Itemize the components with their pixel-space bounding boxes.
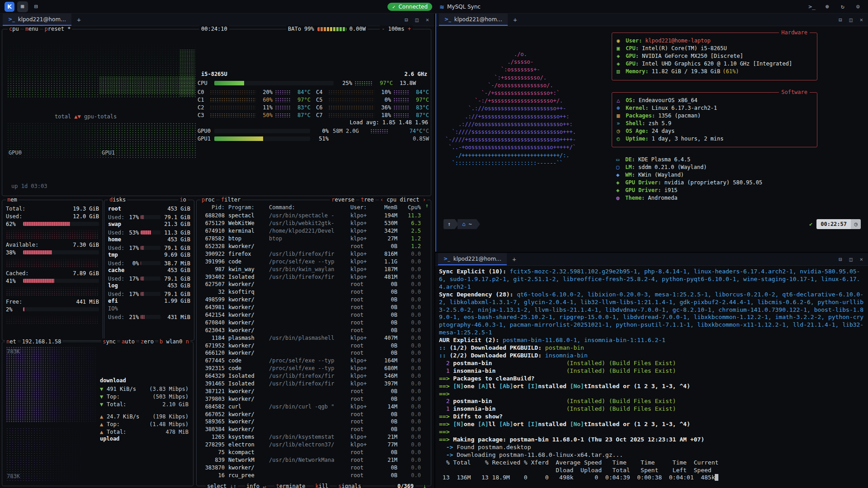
proc-col-user[interactable]: User: [350,204,371,211]
proc-action-kill[interactable]: kill [314,483,330,488]
window-layout-icon[interactable]: ⊟ [31,1,42,12]
add-pane-icon[interactable]: ⊕ [822,1,833,12]
process-row[interactable]: 677445code/proc/self/exe --typklpo+164M0… [200,357,425,365]
process-row[interactable]: 671952kworker/root0B0.0 [200,342,425,349]
terminal-text: ==> [439,383,449,389]
process-row[interactable]: 387121kworker/root0B0.0 [200,387,425,395]
process-row[interactable]: 667052kworker/root0B0.0 [200,410,425,418]
tab-package[interactable]: >_ klpod221@hom… [438,253,507,265]
proc-cpu: 0.0 [401,411,421,418]
process-row[interactable]: 674910kerminal/home/klpod221/Develklpo+3… [200,227,425,235]
apps-grid-icon[interactable]: ⊞ [17,1,28,12]
process-row[interactable]: 32ksoftirqroot0B0.0 [200,288,425,296]
sort-prev-icon[interactable]: ‹ [380,197,383,203]
filter-button[interactable]: filter [220,197,242,203]
kde-logo-icon[interactable]: K [5,2,14,12]
process-row[interactable]: 688208spectacl/usr/bin/spectacle -klpo+1… [200,212,425,220]
reverse-button[interactable]: reverse [330,197,356,203]
process-row[interactable]: 987kwin_way/usr/bin/kwin_waylanklpo+187M… [200,265,425,273]
process-row[interactable]: 678582btopbtopklpo+27M1.2 [200,235,425,243]
iface-prev-key[interactable]: b [160,338,163,345]
proc-col-pid[interactable]: Pid: [200,204,225,211]
sort-next-icon[interactable]: › [423,197,426,203]
disks-box-title[interactable]: disks [108,197,127,203]
proc-box-title[interactable]: proc [200,197,216,203]
io-mode-toggle[interactable]: io [179,197,188,203]
process-row[interactable]: 627507kworker/root0B0.0 [200,281,425,288]
process-row[interactable]: 839NetworkM/usr/bin/NetworkManaroot21M0.… [200,456,425,464]
new-tab-button[interactable]: + [74,16,83,23]
net-interface-switcher[interactable]: b wlan0 n [158,338,190,345]
process-row[interactable]: 383870kworker/root0B0.0 [200,464,425,471]
net-box-title[interactable]: net [5,338,18,345]
new-tab-button[interactable]: + [509,256,519,263]
btop-menu-cpu[interactable]: cpu [8,26,20,32]
split-vertical-icon[interactable]: ◫ [413,17,421,23]
process-row[interactable]: 642154kworker/root0B0.0 [200,311,425,319]
memory-box-title[interactable]: mem [6,197,19,203]
process-row[interactable]: 379803kworker/root0B0.0 [200,395,425,403]
close-pane-icon[interactable]: × [858,17,865,23]
interval-increase-button[interactable]: + [408,26,411,32]
close-pane-icon[interactable]: × [424,17,431,23]
process-row[interactable]: 675129WebKitWe/usr/lib/webkit2gtk-klpo+5… [200,220,425,227]
process-row[interactable]: 380384kworker/root0B0.0 [200,426,425,433]
proc-action-select[interactable]: select ↓↑ [206,483,238,488]
proc-cpu: 0.0 [401,274,421,280]
terminal-icon[interactable]: >_ [807,1,817,12]
refresh-icon[interactable]: ↻ [837,1,848,12]
process-row[interactable]: 670840kworker/root0B0.0 [200,319,425,326]
proc-col-cpu%[interactable]: Cpu% [401,204,421,211]
proc-sort-mode[interactable]: ‹ cpu direct › [379,197,427,203]
interval-decrease-button[interactable]: - [382,26,385,32]
process-row[interactable]: 392315code/proc/self/exe --typklpo+680M0… [200,365,425,372]
tab-fastfetch[interactable]: >_ klpod221@hom… [439,14,508,26]
process-row[interactable]: 391996code/proc/self/exe --typklpo+1.1G0… [200,258,425,265]
split-horizontal-icon[interactable]: ⊟ [836,17,844,23]
process-row[interactable]: 652328kworker/root0B1.2 [200,243,425,250]
scroll-up-icon[interactable]: ↑ [425,203,429,208]
process-row[interactable]: 393402Isolated/usr/lib/firefox/firklpo+4… [200,273,425,281]
connected-badge[interactable]: ✓ Connected [387,3,432,11]
proc-action-signals[interactable]: signals [337,483,363,488]
split-horizontal-icon[interactable]: ⊟ [836,256,844,263]
process-row[interactable]: 16rcu_preeroot0B0.0 [200,471,425,479]
power-icon[interactable]: ⊙ [853,1,863,12]
terminal-line: ==> Packages to cleanBuild? [439,375,866,383]
process-row[interactable]: 1184plasmash/usr/bin/plasmashellklpo+407… [200,334,425,342]
tab-btop[interactable]: >_ klpod221@hom… [3,14,71,26]
process-row[interactable]: 278295electron/usr/lib/electron37/klpo+7… [200,441,425,449]
stat-right: 2.10 GiB [162,401,189,408]
proc-col-program[interactable]: Program: [228,204,265,211]
process-row[interactable]: 391465Isolated/usr/lib/firefox/firklpo+3… [200,380,425,388]
net-zero-button[interactable]: zero [139,338,155,345]
process-row[interactable]: 1265ksystems/usr/bin/ksystemstatklpo+21M… [200,433,425,441]
process-row[interactable]: 498599kworker/root0B0.0 [200,296,425,304]
mysql-sync-status[interactable]: ≋ MySQL Sync [439,4,481,10]
iface-next-key[interactable]: n [186,338,189,345]
process-row[interactable]: 664329Isolated/usr/lib/firefox/firklpo+5… [200,372,425,380]
btop-menu-menu[interactable]: menu [24,26,40,32]
process-row[interactable]: 75kcompactroot0B0.0 [200,449,425,456]
proc-col-command[interactable]: Command: [269,204,347,211]
new-tab-button[interactable]: + [510,16,519,23]
process-row[interactable]: 623043kworker/root0B0.0 [200,326,425,334]
tree-button[interactable]: tree [359,197,375,203]
graph-mode-toggle[interactable]: total ▲▼ gpu-totals [55,113,117,120]
split-vertical-icon[interactable]: ◫ [847,256,855,263]
process-row[interactable]: 643981kworker/root0B0.0 [200,304,425,311]
split-vertical-icon[interactable]: ◫ [847,17,855,23]
process-row[interactable]: 589365kworker/root0B0.0 [200,418,425,426]
scroll-down-icon[interactable]: ↓ [423,483,426,488]
net-sync-button[interactable]: sync [101,338,117,345]
process-row[interactable]: 390922firefox/usr/lib/firefox/firklpo+81… [200,250,425,258]
net-auto-button[interactable]: auto [120,338,136,345]
close-pane-icon[interactable]: × [858,256,865,263]
process-row[interactable]: 666120kworker/root0B0.0 [200,349,425,357]
proc-action-info[interactable]: info ↵ [245,483,267,488]
split-horizontal-icon[interactable]: ⊟ [402,17,410,23]
proc-col-memb[interactable]: MemB [375,204,397,211]
btop-menu-preset[interactable]: preset * [43,26,72,32]
proc-action-terminate[interactable]: terminate [274,483,307,488]
process-row[interactable]: 684582curl/usr/bin/curl -qgb "klpo+14M0.… [200,403,425,410]
